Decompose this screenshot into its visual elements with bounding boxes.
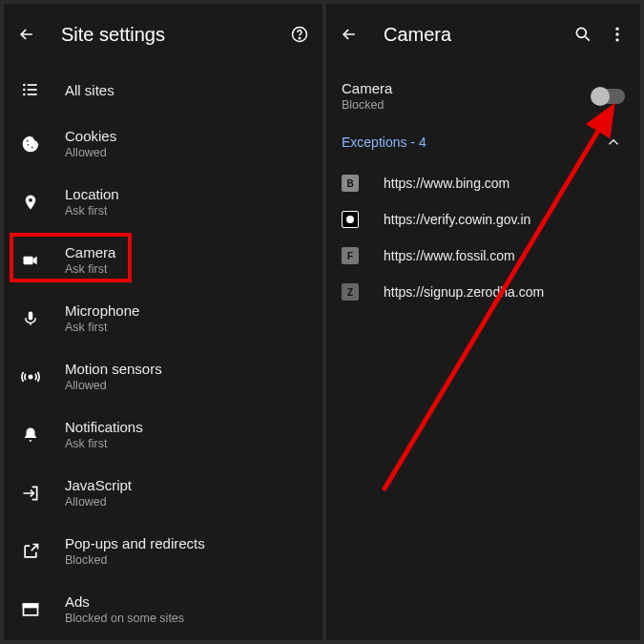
exception-site[interactable]: F https://www.fossil.com (326, 238, 640, 274)
svg-point-10 (27, 139, 29, 141)
exception-site[interactable]: Z https://signup.zerodha.com (326, 274, 640, 310)
list-icon (19, 78, 42, 101)
exception-site[interactable]: https://verify.cowin.gov.in (326, 201, 640, 238)
svg-point-18 (615, 28, 618, 31)
site-url: https://signup.zerodha.com (384, 284, 544, 300)
sidebar-item-microphone[interactable]: MicrophoneAsk first (4, 289, 322, 347)
exceptions-header[interactable]: Exceptions - 4 (326, 119, 640, 165)
motion-icon (19, 365, 42, 388)
svg-point-14 (29, 375, 31, 378)
sidebar-item-cookies[interactable]: CookiesAllowed (4, 114, 322, 173)
svg-point-20 (615, 38, 618, 41)
item-label: All sites (65, 82, 114, 98)
item-sub: Allowed (65, 146, 116, 159)
favicon-icon (342, 211, 359, 228)
camera-icon (19, 249, 42, 272)
ads-icon (19, 598, 42, 621)
camera-settings-screen: Camera Camera Blocked Exceptions - 4 (326, 4, 640, 640)
item-sub: Ask first (65, 204, 119, 218)
location-icon (19, 191, 42, 214)
svg-point-17 (576, 28, 586, 37)
svg-rect-16 (24, 604, 38, 607)
exceptions-label: Exceptions - 4 (342, 135, 426, 150)
item-sub: Blocked (65, 553, 205, 567)
cookie-icon (19, 133, 42, 156)
camera-toggle[interactable] (592, 89, 625, 104)
item-label: Location (65, 186, 119, 202)
svg-point-8 (28, 144, 30, 146)
sidebar-item-camera[interactable]: CameraAsk first (4, 231, 322, 289)
favicon-icon: B (342, 175, 359, 192)
page-title: Site settings (61, 24, 277, 46)
exception-site[interactable]: B https://www.bing.com (326, 165, 640, 201)
site-url: https://verify.cowin.gov.in (384, 212, 530, 227)
item-sub: Ask first (65, 437, 143, 450)
item-label: Cookies (65, 128, 116, 144)
bell-icon (19, 424, 42, 447)
sidebar-item-location[interactable]: LocationAsk first (4, 173, 322, 231)
sidebar-item-javascript[interactable]: JavaScriptAllowed (4, 464, 322, 522)
more-icon[interactable] (606, 23, 629, 46)
item-label: Camera (65, 244, 115, 260)
site-url: https://www.fossil.com (384, 248, 515, 263)
page-title: Camera (384, 24, 560, 46)
topbar: Camera (326, 4, 640, 65)
item-label: JavaScript (65, 477, 132, 493)
svg-point-11 (29, 197, 32, 201)
sidebar-item-motion-sensors[interactable]: Motion sensorsAllowed (4, 347, 322, 405)
item-label: Motion sensors (65, 361, 162, 377)
item-label: Pop-ups and redirects (65, 535, 205, 551)
svg-rect-13 (29, 311, 33, 320)
topbar: Site settings (4, 4, 322, 65)
toggle-label: Camera (342, 80, 392, 96)
item-sub: Allowed (65, 495, 132, 509)
help-icon[interactable] (288, 23, 311, 46)
svg-rect-3 (28, 84, 37, 86)
back-icon[interactable] (338, 23, 361, 46)
item-sub: Allowed (65, 379, 162, 392)
item-label: Microphone (65, 302, 139, 319)
favicon-icon: Z (342, 283, 359, 301)
site-url: https://www.bing.com (384, 176, 509, 191)
svg-point-1 (299, 38, 300, 39)
favicon-icon: F (342, 247, 359, 264)
item-label: Notifications (65, 419, 143, 435)
exit-icon (19, 482, 42, 505)
search-icon[interactable] (571, 23, 594, 46)
svg-point-9 (31, 146, 33, 148)
sidebar-item-popups[interactable]: Pop-ups and redirectsBlocked (4, 522, 322, 580)
item-sub: Ask first (65, 321, 139, 334)
item-label: Ads (65, 593, 184, 610)
camera-toggle-row[interactable]: Camera Blocked (326, 65, 640, 119)
launch-icon (19, 540, 42, 563)
back-icon[interactable] (15, 23, 38, 46)
item-sub: Blocked on some sites (65, 612, 184, 625)
microphone-icon (19, 307, 42, 330)
chevron-up-icon (602, 131, 625, 154)
svg-point-19 (615, 32, 618, 35)
svg-point-6 (23, 93, 26, 96)
site-settings-screen: Site settings All sites CookiesAllowed L… (4, 4, 322, 640)
item-sub: Ask first (65, 262, 115, 276)
svg-rect-7 (28, 93, 37, 95)
svg-rect-5 (28, 89, 37, 91)
svg-point-4 (23, 89, 26, 92)
sidebar-item-all-sites[interactable]: All sites (4, 65, 322, 114)
toggle-sub: Blocked (342, 98, 392, 112)
sidebar-item-ads[interactable]: AdsBlocked on some sites (4, 580, 322, 638)
sidebar-item-notifications[interactable]: NotificationsAsk first (4, 405, 322, 464)
svg-rect-12 (24, 256, 33, 263)
svg-point-2 (23, 84, 26, 87)
